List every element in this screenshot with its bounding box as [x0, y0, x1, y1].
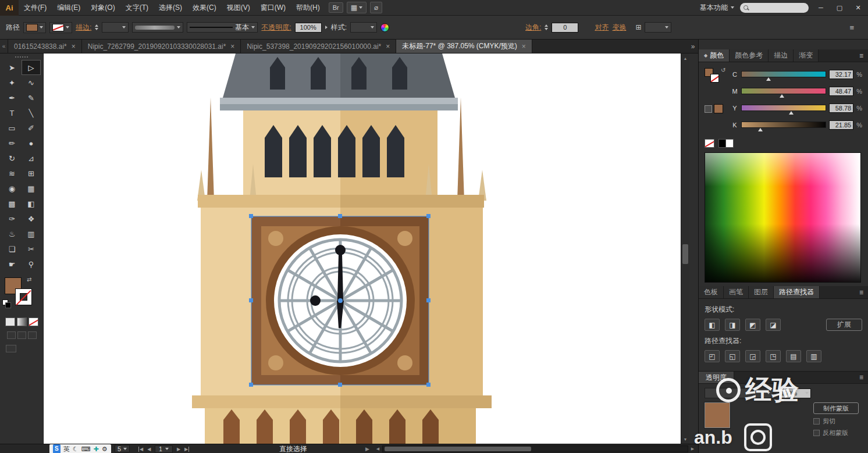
eyedropper-tool[interactable]: ✑	[2, 211, 22, 226]
perspective-grid-tool[interactable]: ▦	[22, 181, 41, 196]
bridge-button[interactable]: Br	[329, 2, 343, 13]
pathfinder-panel-menu-icon[interactable]: ≡	[855, 286, 868, 298]
selection-center-anchor[interactable]	[338, 298, 343, 303]
pen-tool[interactable]: ✒	[2, 90, 22, 105]
cs-live-button[interactable]: ⌀	[370, 2, 382, 13]
draw-normal-button[interactable]	[7, 331, 16, 339]
divide-button[interactable]: ◰	[705, 350, 720, 362]
menu-file[interactable]: 文件(F)	[19, 0, 52, 16]
line-segment-tool[interactable]: ╲	[22, 105, 41, 120]
ime-icon[interactable]: S	[53, 444, 61, 453]
make-mask-button[interactable]: 制作蒙版	[813, 402, 859, 414]
status-expand-icon[interactable]: ▶	[365, 444, 369, 453]
next-artboard-icon[interactable]: ▶	[177, 447, 180, 452]
canvas[interactable]: ▲ ▼	[44, 53, 689, 444]
color-mode-button[interactable]	[5, 318, 15, 326]
close-tab-icon[interactable]: ×	[230, 42, 234, 51]
none-swatch[interactable]	[705, 139, 714, 148]
tab-overflow-icon[interactable]: »	[688, 40, 698, 53]
slider-thumb[interactable]	[780, 94, 784, 98]
default-fill-stroke-icon[interactable]	[2, 299, 12, 308]
merge-button[interactable]: ◲	[745, 350, 760, 362]
width-tool[interactable]: ≋	[2, 166, 22, 181]
color-spectrum[interactable]	[705, 152, 861, 283]
tab-swatches[interactable]: 色板	[699, 286, 724, 298]
style-select[interactable]	[350, 22, 377, 33]
draw-inside-button[interactable]	[28, 331, 37, 339]
artboard-tool[interactable]: ❏	[2, 241, 22, 256]
app-logo[interactable]: Ai	[0, 0, 19, 16]
corner-link[interactable]: 边角:	[525, 23, 541, 33]
magenta-slider[interactable]	[741, 88, 826, 94]
menu-select[interactable]: 选择(S)	[154, 0, 187, 16]
opacity-field[interactable]: 100%	[295, 23, 322, 33]
opacity-link[interactable]: 不透明度:	[261, 23, 291, 33]
horizontal-scroll-track[interactable]	[382, 445, 688, 452]
prev-artboard-icon[interactable]: ◀	[147, 447, 151, 452]
document-tab-2[interactable]: Nipic_7262799_20190920103330028031.ai* ×	[82, 40, 241, 53]
language-bar[interactable]: S 英 ☾ ⌨ ✚ ⚙	[49, 444, 111, 453]
tab-stroke[interactable]: 描边	[769, 49, 794, 62]
yellow-value-field[interactable]: 58.78	[829, 104, 853, 113]
first-artboard-icon[interactable]: ◀	[138, 447, 143, 452]
symbol-sprayer-tool[interactable]: ♨	[2, 226, 22, 241]
align-link[interactable]: 对齐	[595, 23, 609, 33]
panel-swap-colors-icon[interactable]: ↺	[721, 67, 725, 73]
free-transform-tool[interactable]: ⊞	[22, 166, 41, 181]
black-white-swatches[interactable]	[718, 139, 734, 148]
yellow-slider[interactable]	[741, 105, 826, 111]
tab-layers[interactable]: 图层	[749, 286, 774, 298]
minimize-button[interactable]: ─	[814, 4, 827, 11]
horizontal-scrollbar[interactable]: ◀ ▶	[374, 445, 696, 452]
clip-checkbox[interactable]: 剪切	[813, 417, 862, 426]
trim-button[interactable]: ◱	[725, 350, 740, 362]
slice-tool[interactable]: ✂	[22, 241, 41, 256]
black-slider[interactable]	[741, 122, 826, 128]
swap-fill-stroke-icon[interactable]: ⇄	[27, 276, 31, 283]
rectangle-tool[interactable]: ▭	[2, 120, 22, 135]
width-profile-select[interactable]	[132, 22, 183, 33]
shape-builder-tool[interactable]: ◉	[2, 181, 22, 196]
artboard-number-field[interactable]: 1	[155, 445, 173, 453]
arrange-documents-button[interactable]: ▦	[347, 2, 367, 13]
horizontal-scroll-thumb[interactable]	[385, 447, 531, 451]
menu-object[interactable]: 对象(O)	[86, 0, 120, 16]
tab-gradient[interactable]: 渐变	[794, 49, 819, 62]
stroke-weight-stepper[interactable]	[95, 24, 98, 30]
stroke-color-dropdown[interactable]	[49, 22, 72, 33]
document-tab-4-active[interactable]: 未标题-77* @ 387.05% (CMYK/预览) ×	[396, 40, 532, 53]
bigben-illustration[interactable]	[44, 53, 689, 444]
blob-brush-tool[interactable]: ●	[22, 135, 41, 151]
pencil-tool[interactable]: ✏	[2, 135, 22, 151]
scale-tool[interactable]: ⊿	[22, 151, 41, 166]
tab-pathfinder[interactable]: 路径查找器	[774, 286, 820, 298]
last-artboard-icon[interactable]: ▶	[184, 447, 189, 452]
black-value-field[interactable]: 21.85	[829, 120, 853, 130]
tab-transparency[interactable]: 透明度	[699, 372, 734, 383]
workspace-switcher[interactable]: 基本功能	[700, 3, 734, 13]
stroke-panel-link[interactable]: 描边:	[76, 23, 91, 33]
type-tool[interactable]: T	[2, 105, 22, 120]
column-graph-tool[interactable]: ▥	[22, 226, 41, 241]
keyboard-icon[interactable]: ⌨	[81, 444, 91, 453]
language-mode-label[interactable]: 英	[63, 444, 70, 453]
mesh-tool[interactable]: ▩	[2, 196, 22, 211]
close-tab-icon[interactable]: ×	[386, 42, 390, 51]
menu-type[interactable]: 文字(T)	[120, 0, 154, 16]
recolor-artwork-button[interactable]	[380, 23, 389, 32]
gamut-warning-icon[interactable]	[705, 105, 712, 113]
slider-thumb[interactable]	[789, 111, 794, 115]
selection-tool[interactable]: ➤	[2, 60, 22, 75]
intersect-button[interactable]: ◩	[745, 319, 760, 331]
transform-link[interactable]: 变换	[612, 23, 626, 33]
close-tab-icon[interactable]: ×	[72, 42, 76, 51]
outline-button[interactable]: ▤	[786, 350, 801, 362]
blend-mode-select[interactable]	[705, 388, 773, 398]
close-button[interactable]: ✕	[852, 4, 865, 12]
vertical-scrollbar[interactable]: ▲ ▼	[681, 53, 689, 444]
none-mode-button[interactable]	[29, 318, 38, 326]
minus-back-button[interactable]: ▥	[806, 350, 821, 362]
gamut-color-swatch[interactable]	[714, 104, 723, 113]
restore-button[interactable]: ▢	[833, 4, 846, 12]
fill-color-dropdown[interactable]	[23, 22, 46, 33]
